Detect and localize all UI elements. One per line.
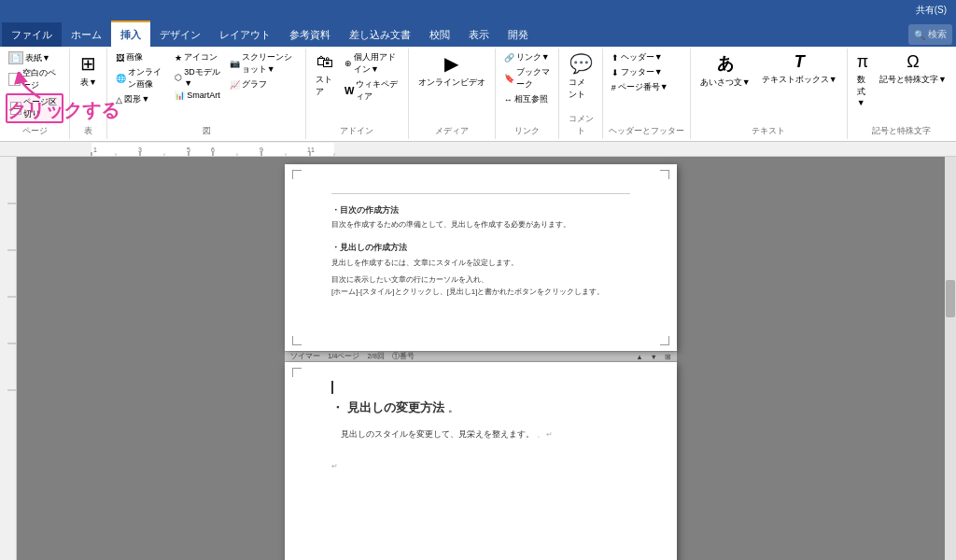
tab-developer[interactable]: 開発 — [499, 22, 538, 47]
btn-personal-addin[interactable]: ⊕ 個人用アドイン▼ — [342, 50, 402, 77]
ribbon-group-table: ⊞ 表▼ 表 — [70, 49, 107, 139]
page-1: ・目次の作成方法 目次を作成するための準備として、見出しを作成する必要があります… — [285, 164, 677, 351]
page-2: ・ 見出しの変更方法 。 見出しのスタイルを変更して、見栄えを整えます。 。 ↵… — [285, 362, 677, 560]
btn-textbox[interactable]: T テキストボックス▼ — [758, 50, 841, 88]
aisatsu-icon: あ — [717, 52, 734, 75]
text-group-label: テキスト — [696, 125, 841, 137]
btn-comment[interactable]: 💬 コメント — [565, 50, 597, 103]
btn-footer[interactable]: ⬇ フッター▼ — [609, 65, 684, 79]
scroll-thumb[interactable] — [946, 280, 955, 317]
heading-mark: 。 — [448, 400, 457, 416]
btn-graph[interactable]: 📈 グラフ — [227, 77, 300, 91]
section-toc: ・目次の作成方法 目次を作成するための準備として、見出しを作成する必要があります… — [331, 203, 630, 231]
store-icon: 🛍 — [316, 52, 333, 72]
btn-smartart[interactable]: 📊 SmartArt — [172, 90, 223, 101]
corner-tr — [660, 170, 669, 179]
search-box[interactable]: 🔍 検索 — [908, 24, 952, 45]
tab-references[interactable]: 参考資料 — [280, 22, 340, 47]
page-number-icon: # — [612, 83, 616, 92]
comment-group-label: コメント — [565, 113, 597, 137]
corner-tl2 — [292, 368, 302, 377]
pilcrow: ↵ — [546, 430, 553, 439]
ribbon: 📄 表紙▼ 空白のページ ページ区切り ページ ⊞ 表▼ 表 — [0, 47, 956, 142]
callout-container: クリックする — [7, 98, 120, 123]
svg-text:6: 6 — [211, 147, 215, 153]
horizontal-ruler: 1 3 5 6 9 11 — [0, 142, 956, 157]
links-group-label: リンク — [501, 125, 554, 137]
btn-image[interactable]: 🖼 画像 — [113, 50, 168, 64]
crossref-icon: ↔ — [504, 95, 513, 105]
image-icon: 🖼 — [116, 53, 124, 63]
strip-controls3[interactable]: ⊞ — [665, 353, 671, 361]
symbols-group-label: 記号と特殊文字 — [853, 125, 950, 137]
btn-link[interactable]: 🔗 リンク▼ — [501, 50, 554, 64]
tab-home[interactable]: ホーム — [62, 22, 111, 47]
btn-formula[interactable]: π 数式▼ — [853, 50, 872, 109]
btn-store[interactable]: 🛍 ストア — [312, 50, 338, 100]
ribbon-group-text: あ あいさつ文▼ T テキストボックス▼ テキスト — [691, 49, 848, 139]
tab-review[interactable]: 校閲 — [420, 22, 459, 47]
header-icon: ⬆ — [612, 53, 619, 63]
table-icon: ⊞ — [80, 52, 96, 75]
personal-addin-icon: ⊕ — [344, 59, 352, 68]
formula-icon: π — [857, 52, 868, 72]
ribbon-group-headerfooter: ⬆ ヘッダー▼ ⬇ フッター▼ # ページ番号▼ ヘッダーとフッター — [603, 49, 691, 139]
heading-method-body2: 目次に表示したい文章の行にカーソルを入れ、[ホーム]-[スタイル]とクリックし、… — [331, 274, 630, 299]
ruler-svg: 1 3 5 6 9 11 — [17, 143, 409, 156]
btn-wikipedia[interactable]: W ウィキペディア — [342, 77, 402, 104]
search-label: 検索 — [928, 28, 947, 41]
share-button[interactable]: 共有(S) — [916, 4, 947, 17]
symbol-icon: Ω — [907, 52, 919, 72]
strip-controls2[interactable]: ▼ — [651, 353, 657, 361]
tab-layout[interactable]: レイアウト — [210, 22, 280, 47]
wikipedia-icon: W — [344, 85, 354, 96]
3d-model-icon: ⬡ — [175, 73, 182, 82]
tab-insert[interactable]: 挿入 — [111, 21, 150, 47]
heading-bullet: ・ — [331, 398, 344, 418]
btn-bookmark[interactable]: 🔖 ブックマーク — [501, 65, 554, 91]
pages-group-label: ページ — [6, 125, 63, 137]
btn-header[interactable]: ⬆ ヘッダー▼ — [609, 50, 684, 64]
text-cursor-line — [331, 381, 630, 394]
heading-method-body1: 見出しを作成するには、文章にスタイルを設定します。 — [331, 258, 630, 270]
addin-group-label: アドイン — [312, 125, 402, 137]
document-area[interactable]: ・目次の作成方法 目次を作成するための準備として、見出しを作成する必要があります… — [0, 157, 956, 560]
table-group-label: 表 — [84, 125, 92, 137]
icon-icon: ★ — [175, 53, 182, 63]
tab-view[interactable]: 表示 — [459, 22, 499, 47]
video-icon: ▶ — [444, 52, 458, 75]
btn-icon[interactable]: ★ アイコン — [172, 50, 223, 64]
toc-body: 目次を作成するための準備として、見出しを作成する必要があります。 — [331, 219, 630, 231]
strip-controls[interactable]: ▲ — [636, 353, 642, 361]
btn-symbol[interactable]: Ω 記号と特殊文字▼ — [876, 50, 950, 88]
screenshot-icon: 📷 — [230, 59, 240, 68]
cover-icon: 📄 — [8, 51, 23, 64]
ribbon-group-symbols: π 数式▼ Ω 記号と特殊文字▼ 記号と特殊文字 — [848, 49, 956, 139]
title-bar: 共有(S) — [0, 0, 956, 21]
btn-aisatsu[interactable]: あ あいさつ文▼ — [696, 50, 754, 91]
btn-screenshot[interactable]: 📷 スクリーンショット▼ — [227, 50, 300, 77]
btn-shape[interactable]: △ 図形▼ — [113, 92, 168, 106]
svg-text:3: 3 — [138, 147, 142, 153]
corner-tl — [292, 170, 302, 179]
cursor — [331, 381, 333, 394]
tab-file[interactable]: ファイル — [2, 22, 62, 47]
headerfooter-group-label: ヘッダーとフッター — [609, 125, 684, 137]
tab-row: ファイル ホーム 挿入 デザイン レイアウト 参考資料 差し込み文書 校閲 表示… — [0, 21, 956, 47]
heading-method-title: ・見出しの作成方法 — [331, 241, 630, 254]
tab-mailings[interactable]: 差し込み文書 — [340, 22, 420, 47]
btn-crossref[interactable]: ↔ 相互参照 — [501, 92, 554, 106]
paragraph-mark: 。 — [537, 430, 544, 439]
btn-cover-page[interactable]: 📄 表紙▼ — [6, 50, 63, 65]
btn-online-image[interactable]: 🌐 オンライン画像 — [113, 65, 168, 91]
btn-page-number[interactable]: # ページ番号▼ — [609, 80, 684, 94]
btn-table[interactable]: ⊞ 表▼ — [77, 50, 101, 91]
pages-scroll-area[interactable]: ・目次の作成方法 目次を作成するための準備として、見出しを作成する必要があります… — [17, 157, 945, 560]
btn-3d-model[interactable]: ⬡ 3Dモデル▼ — [172, 65, 223, 89]
illustrations-group-label: 図 — [113, 125, 300, 137]
vertical-scrollbar[interactable] — [945, 157, 956, 560]
link-icon: 🔗 — [504, 53, 514, 63]
tab-design[interactable]: デザイン — [150, 22, 210, 47]
btn-online-video[interactable]: ▶ オンラインビデオ — [415, 50, 489, 91]
pilcrow2: ↵ — [331, 460, 630, 473]
